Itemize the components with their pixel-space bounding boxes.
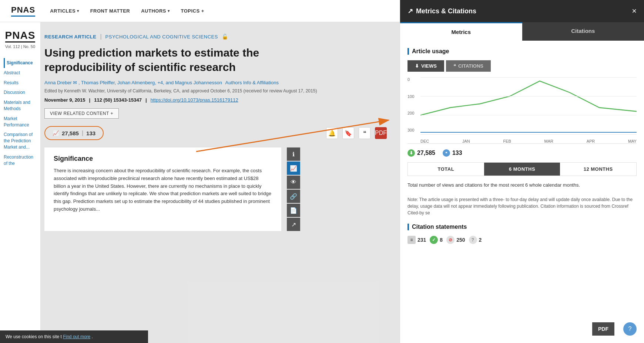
citation-statements-title: Citation statements — [407, 224, 637, 230]
badge-count-231: 231 — [417, 237, 426, 243]
significance-section: Significance There is increasing concern… — [44, 147, 281, 231]
nav-front-matter[interactable]: FRONT MATTER — [90, 8, 130, 14]
nav-articles[interactable]: ARTICLES ▾ — [50, 8, 79, 14]
document-tool-icon[interactable]: 📄 — [287, 204, 300, 217]
panel-header: ↗ Metrics & Citations × — [400, 0, 644, 22]
citations-stat: ❝ 133 — [443, 149, 462, 157]
metrics-bar: 📈 27,585 | 133 🔔 🔖 ❝ PDF — [44, 126, 387, 140]
grid-300 — [420, 77, 637, 78]
article-date-doi: November 9, 2015 | 112 (50) 15343-15347 … — [44, 97, 387, 103]
sidebar-item-discussion[interactable]: Discussion — [4, 88, 37, 98]
right-panel: ↗ Metrics & Citations × Metrics Citation… — [400, 0, 644, 343]
sidebar: PNAS Vol. 112 | No. 50 Significance Abst… — [0, 22, 41, 343]
citation-statements-section: Citation statements ≡ 231 ✓ 8 ⊘ 250 ? 2 — [407, 224, 637, 244]
bell-icon[interactable]: 🔔 — [326, 127, 338, 139]
usage-note: Note: The article usage is presented wit… — [407, 196, 637, 216]
chart-x-labels: DEC JAN FEB MAR APR MAY — [420, 139, 637, 143]
cross-badge-icon: ⊘ — [446, 236, 455, 244]
bookmark-icon[interactable]: 🔖 — [342, 127, 354, 139]
author-magnus[interactable]: Magnus Johannesson — [175, 80, 222, 85]
usage-description: Total number of views and citations for … — [407, 181, 637, 189]
check-badge-icon: ✓ — [430, 236, 438, 244]
metrics-circle[interactable]: 📈 27,585 | 133 — [44, 126, 104, 140]
badge-count-8: 8 — [440, 237, 443, 243]
author-thomas[interactable]: Thomas Pfeiffer — [81, 80, 115, 85]
y-label-0: 300 — [407, 128, 419, 132]
link-tool-icon[interactable]: 🔗 — [287, 190, 300, 203]
cookie-link[interactable]: Find out more — [63, 334, 90, 339]
info-tool-icon[interactable]: ℹ — [287, 147, 300, 161]
period-buttons: TOTAL 6 MONTHS 12 MONTHS — [407, 162, 637, 176]
article-category: PSYCHOLOGICAL AND COGNITIVE SCIENCES — [105, 34, 218, 40]
significance-title: Significance — [54, 155, 272, 163]
author-johan[interactable]: Johan Almenberg — [117, 80, 155, 85]
article-area: RESEARCH ARTICLE | PSYCHOLOGICAL AND COG… — [0, 22, 402, 343]
citations-stat-value: 133 — [452, 150, 462, 156]
author-anna[interactable]: Anna Dreber — [44, 80, 72, 85]
sidebar-logo: PNAS — [5, 30, 36, 43]
cookie-text: We use cookies on this site t — [6, 334, 62, 339]
panel-title-area: ↗ Metrics & Citations — [407, 7, 476, 15]
y-label-2: 100 — [407, 94, 419, 99]
pdf-button[interactable]: PDF — [592, 322, 614, 336]
panel-title: Metrics & Citations — [416, 7, 476, 15]
view-related-button[interactable]: VIEW RELATED CONTENT + — [44, 108, 119, 119]
grid-0 — [420, 134, 637, 135]
article-date: November 9, 2015 — [44, 97, 85, 103]
navbar-nav: ARTICLES ▾ FRONT MATTER AUTHORS ▾ TOPICS… — [50, 8, 204, 14]
grid-100 — [420, 115, 637, 115]
citation-badge-check: ✓ 8 — [430, 236, 443, 244]
sidebar-item-materials[interactable]: Materials and Methods — [4, 98, 37, 114]
open-access-icon: 🔓 — [222, 34, 228, 40]
y-label-1: 200 — [407, 111, 419, 115]
sidebar-item-significance[interactable]: Significance — [4, 58, 37, 68]
citation-badge-question: ? 2 — [469, 236, 482, 244]
views-button[interactable]: ⬇ VIEWS — [407, 60, 444, 72]
sidebar-logo-area: PNAS Vol. 112 | No. 50 — [0, 22, 40, 51]
sidebar-nav: Significance Abstract Results Discussion… — [0, 58, 40, 168]
metrics-panel-icon: ↗ — [407, 7, 413, 15]
tab-citations[interactable]: Citations — [522, 22, 644, 41]
author-more[interactable]: +4 — [157, 80, 163, 85]
panel-body: Article usage ⬇ VIEWS ❝ CITATIONS 300 20… — [400, 41, 644, 343]
x-label-dec: DEC — [420, 139, 429, 143]
12months-period-button[interactable]: 12 MONTHS — [560, 163, 636, 176]
close-panel-button[interactable]: × — [632, 6, 637, 16]
citation-badges: ≡ 231 ✓ 8 ⊘ 250 ? 2 — [407, 236, 637, 244]
sidebar-item-reconstruction[interactable]: Reconstruction of the — [4, 152, 37, 169]
article-type: RESEARCH ARTICLE — [44, 34, 96, 40]
citations-value: 133 — [86, 130, 95, 136]
help-button[interactable]: ? — [623, 322, 637, 336]
y-label-3: 0 — [407, 77, 419, 82]
article-authors: Anna Dreber ✉ , Thomas Pfeiffer, Johan A… — [44, 80, 387, 85]
nav-topics[interactable]: TOPICS + — [181, 8, 204, 14]
eye-tool-icon[interactable]: 👁 — [287, 176, 300, 189]
x-label-feb: FEB — [503, 139, 511, 143]
stats-row: ⬇ 27,585 ❝ 133 — [407, 149, 637, 157]
tab-metrics[interactable]: Metrics — [400, 22, 522, 41]
question-badge-icon: ? — [469, 236, 477, 244]
authors-affiliations-link[interactable]: Authors Info & Affiliations — [225, 80, 279, 85]
total-period-button[interactable]: TOTAL — [408, 163, 484, 176]
sidebar-item-market[interactable]: Market Performance — [4, 114, 37, 130]
tab-bar: Metrics Citations — [400, 22, 644, 41]
nav-authors[interactable]: AUTHORS ▾ — [141, 8, 170, 14]
share-tool-icon[interactable]: ↗ — [287, 218, 300, 231]
article-usage-title: Article usage — [407, 48, 637, 55]
main-content: PNAS ARTICLES ▾ FRONT MATTER AUTHORS ▾ T… — [0, 0, 402, 343]
chart-svg — [420, 77, 637, 134]
6months-period-button[interactable]: 6 MONTHS — [484, 163, 560, 176]
badge-count-2: 2 — [479, 237, 482, 243]
tool-icons: ℹ 📈 👁 🔗 📄 ↗ — [287, 147, 300, 231]
navbar-logo[interactable]: PNAS — [11, 5, 35, 17]
x-label-jan: JAN — [462, 139, 470, 143]
article-doi[interactable]: https://doi.org/10.1073/pnas.1516179112 — [151, 97, 238, 103]
citations-button[interactable]: ❝ CITATIONS — [446, 60, 491, 72]
sidebar-item-results[interactable]: Results — [4, 78, 37, 88]
sidebar-item-abstract[interactable]: Abstract — [4, 68, 37, 78]
metrics-tool-icon[interactable]: 📈 — [287, 162, 300, 175]
quote-icon[interactable]: ❝ — [359, 127, 370, 139]
pdf-action-icon[interactable]: PDF — [375, 127, 387, 139]
sidebar-item-comparison[interactable]: Comparison of the Prediction Market and.… — [4, 130, 37, 152]
article-edited: Edited by Kenneth W. Wachter, University… — [44, 88, 387, 94]
